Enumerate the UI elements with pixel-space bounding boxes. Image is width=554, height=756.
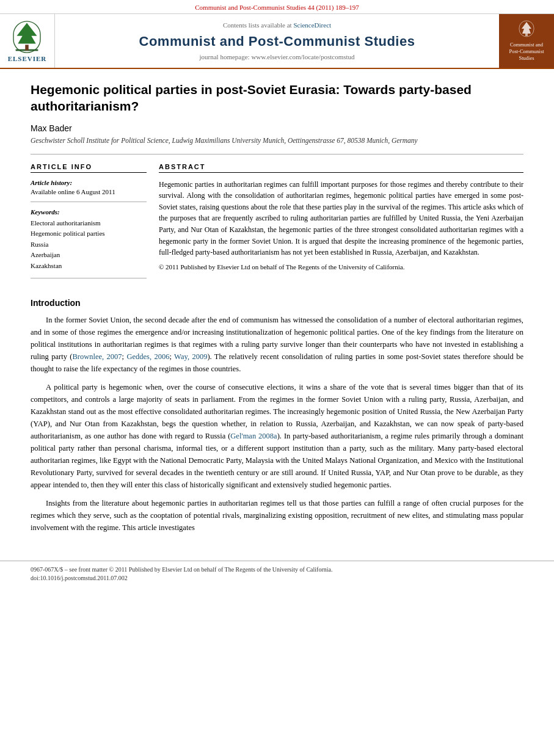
introduction-section: Introduction In the former Soviet Union,… xyxy=(31,298,523,534)
page-footer: 0967-067X/$ – see front matter © 2011 Pu… xyxy=(0,561,554,581)
svg-rect-1 xyxy=(26,45,29,50)
elsevier-logo-area: ELSEVIER xyxy=(0,14,55,68)
abstract-col: ABSTRACT Hegemonic parties in authoritar… xyxy=(159,163,523,285)
keyword-4: Azerbaijan xyxy=(31,250,147,261)
keyword-5: Kazakhstan xyxy=(31,261,147,272)
svg-marker-2 xyxy=(17,23,37,43)
contents-available-line: Contents lists available at ScienceDirec… xyxy=(67,21,487,29)
article-info-col: ARTICLE INFO Article history: Available … xyxy=(31,163,147,285)
footer-doi: doi:10.1016/j.postcomstud.2011.07.002 xyxy=(31,575,523,581)
journal-logo-text: Communist and Post-Communist Studies xyxy=(509,20,544,62)
intro-paragraph-2: A political party is hegemonic when, ove… xyxy=(31,381,523,491)
ref-geddes[interactable]: Geddes, 2006 xyxy=(126,352,169,361)
introduction-title: Introduction xyxy=(31,298,523,308)
elsevier-tree-icon xyxy=(9,20,45,54)
intro-paragraph-3: Insights from the literature about hegem… xyxy=(31,497,523,534)
ref-way[interactable]: Way, 2009 xyxy=(174,352,207,361)
article-history-label: Article history: xyxy=(31,179,147,186)
keyword-2: Hegemonic political parties xyxy=(31,228,147,239)
journal-homepage: journal homepage: www.elsevier.com/locat… xyxy=(67,53,487,60)
article-available-online: Available online 6 August 2011 xyxy=(31,188,147,195)
article-info-header: ARTICLE INFO xyxy=(31,163,147,173)
journal-logo-tree-icon xyxy=(518,20,535,37)
abstract-text: Hegemonic parties in authoritarian regim… xyxy=(159,179,523,258)
abstract-copyright: © 2011 Published by Elsevier Ltd on beha… xyxy=(159,263,523,271)
journal-logo-box: Communist and Post-Communist Studies xyxy=(499,14,554,68)
ref-brownlee[interactable]: Brownlee, 2007 xyxy=(72,352,122,361)
article-title: Hegemonic political parties in post-Sovi… xyxy=(31,81,523,115)
svg-rect-6 xyxy=(525,34,528,36)
intro-paragraph-1: In the former Soviet Union, the second d… xyxy=(31,314,523,375)
article-info-abstract: ARTICLE INFO Article history: Available … xyxy=(31,163,523,285)
abstract-header: ABSTRACT xyxy=(159,163,523,173)
svg-marker-5 xyxy=(522,22,531,34)
journal-title-area: Contents lists available at ScienceDirec… xyxy=(55,14,499,68)
ref-gelman[interactable]: Gel'man 2008a xyxy=(230,432,277,440)
banner-text: Communist and Post-Communist Studies 44 … xyxy=(195,4,359,11)
elsevier-logo: ELSEVIER xyxy=(8,20,47,62)
top-banner: Communist and Post-Communist Studies 44 … xyxy=(0,0,554,14)
keyword-3: Russia xyxy=(31,239,147,250)
info-divider-1 xyxy=(31,202,147,202)
main-content: Hegemonic political parties in post-Sovi… xyxy=(0,69,554,552)
keywords-list: Electoral authoritarianism Hegemonic pol… xyxy=(31,218,147,272)
author-name: Max Bader xyxy=(31,123,523,133)
footer-issn: 0967-067X/$ – see front matter © 2011 Pu… xyxy=(31,566,523,573)
journal-logo-label: Communist and Post-Communist Studies xyxy=(509,42,544,62)
journal-header: ELSEVIER Contents lists available at Sci… xyxy=(0,14,554,69)
journal-title: Communist and Post-Communist Studies xyxy=(67,34,487,49)
info-divider-2 xyxy=(31,278,147,278)
divider-after-author xyxy=(31,154,523,154)
keywords-label: Keywords: xyxy=(31,208,147,216)
keyword-1: Electoral authoritarianism xyxy=(31,218,147,229)
elsevier-wordmark: ELSEVIER xyxy=(8,55,47,62)
sciencedirect-link[interactable]: ScienceDirect xyxy=(293,21,331,29)
author-affiliation: Geschwister Scholl Institute for Politic… xyxy=(31,137,523,144)
